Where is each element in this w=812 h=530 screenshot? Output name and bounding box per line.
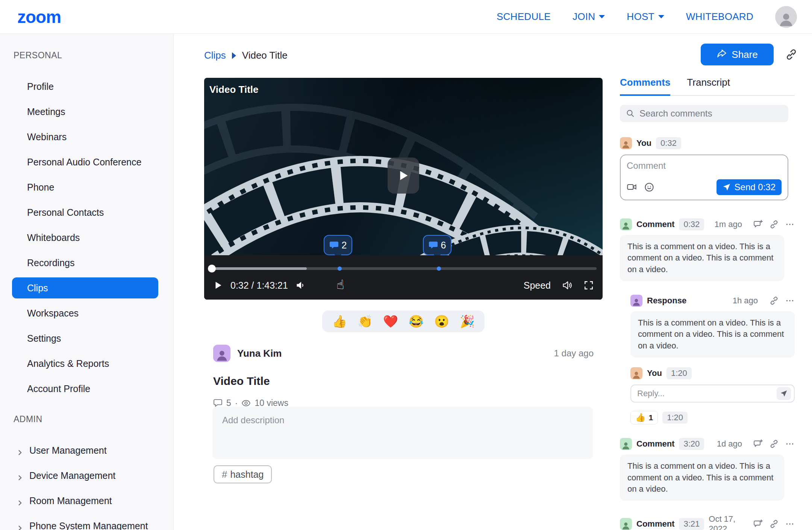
sidebar-item-workspaces[interactable]: Workspaces — [0, 301, 173, 326]
speed-button[interactable]: Speed — [524, 280, 551, 291]
comment-bubble-icon — [429, 241, 438, 249]
sidebar-item-clips[interactable]: Clips — [12, 277, 158, 298]
composer-box[interactable]: Send 0:32 — [620, 154, 788, 200]
more-options-icon[interactable] — [785, 519, 795, 529]
more-options-icon[interactable] — [785, 296, 795, 306]
tab-comments[interactable]: Comments — [620, 77, 670, 96]
send-button[interactable]: Send 0:32 — [717, 179, 782, 195]
sidebar-item-meetings[interactable]: Meetings — [0, 99, 173, 124]
sidebar-item-webinars[interactable]: Webinars — [0, 124, 173, 150]
tab-transcript[interactable]: Transcript — [687, 77, 730, 95]
more-options-icon[interactable] — [785, 439, 795, 449]
chevron-right-icon — [17, 523, 23, 530]
fullscreen-button[interactable] — [584, 280, 594, 290]
sidebar-item-profile[interactable]: Profile — [0, 74, 173, 99]
reaction-time-chip[interactable]: 1:20 — [662, 412, 688, 424]
comment-text: This is a comment on a video. This is a … — [630, 311, 795, 357]
reaction-surprised[interactable]: 😮 — [434, 314, 449, 329]
progress-bar[interactable] — [210, 267, 597, 270]
reply-comment-icon[interactable] — [753, 220, 763, 229]
description-input[interactable] — [222, 415, 583, 451]
sidebar-item-device-management[interactable]: Device Management — [0, 463, 173, 488]
sidebar-item-settings[interactable]: Settings — [0, 326, 173, 351]
link-icon[interactable] — [769, 220, 779, 229]
reaction-party[interactable]: 🎉 — [460, 314, 475, 329]
sidebar-item-whiteboards[interactable]: Whiteboards — [0, 225, 173, 250]
sidebar-item-user-management[interactable]: User Management — [0, 438, 173, 463]
you-avatar — [620, 137, 632, 149]
reply-input[interactable] — [637, 389, 777, 398]
volume-icon[interactable] — [295, 280, 306, 291]
video-comment-icon[interactable] — [627, 182, 637, 192]
reply-box[interactable] — [630, 385, 795, 403]
person-silhouette-icon — [621, 441, 631, 450]
video-player[interactable]: Video Title 2 6 0:32 / 1:43:21 — [204, 78, 603, 300]
nav-host[interactable]: HOST — [627, 11, 664, 23]
reactions-bar: 👍 👏 ❤️ 😂 😮 🎉 — [322, 310, 485, 332]
progress-thumb[interactable] — [208, 265, 216, 273]
reaction-joy[interactable]: 😂 — [409, 314, 424, 329]
nav-whiteboard[interactable]: WHITEBOARD — [686, 11, 753, 23]
person-silhouette-icon — [621, 221, 631, 230]
sidebar-item-label: Phone System Management — [29, 521, 148, 530]
comment-author: Comment — [636, 519, 674, 529]
sidebar-item-phone[interactable]: Phone — [0, 175, 173, 200]
sidebar-item-analytics-reports[interactable]: Analytics & Reports — [0, 351, 173, 376]
emoji-icon[interactable] — [644, 182, 654, 192]
sidebar-item-phone-system-management[interactable]: Phone System Management — [0, 513, 173, 530]
play-button[interactable] — [213, 280, 223, 290]
play-overlay-button[interactable] — [388, 157, 419, 194]
person-silhouette-icon — [215, 348, 229, 362]
sidebar-item-account-profile[interactable]: Account Profile — [0, 376, 173, 401]
reply-time-chip[interactable]: 1:20 — [667, 367, 692, 379]
comment-time-chip[interactable]: 0:32 — [679, 218, 704, 230]
share-arrow-icon — [717, 49, 727, 60]
play-icon — [397, 169, 410, 182]
zoom-logo[interactable]: zoom — [17, 7, 61, 27]
hashtag-button[interactable]: # hashtag — [214, 465, 272, 483]
comment-time-chip[interactable]: 3:20 — [679, 438, 704, 450]
reply-send-button[interactable] — [777, 387, 791, 400]
chevron-down-icon — [599, 15, 605, 18]
copy-link-icon[interactable] — [785, 48, 798, 61]
description-box[interactable] — [212, 407, 593, 459]
search-box[interactable] — [620, 105, 788, 122]
sidebar-item-personal-contacts[interactable]: Personal Contacts — [0, 200, 173, 225]
comment-marker-count: 2 — [342, 240, 347, 251]
breadcrumb-clips-link[interactable]: Clips — [204, 50, 226, 61]
comment-time-chip[interactable]: 3:21 — [679, 518, 704, 530]
sidebar-item-label: User Management — [29, 445, 107, 456]
reaction-clap[interactable]: 👏 — [358, 314, 373, 329]
nav-schedule-label: SCHEDULE — [497, 11, 551, 23]
nav-schedule[interactable]: SCHEDULE — [497, 11, 551, 23]
sidebar-item-room-management[interactable]: Room Management — [0, 488, 173, 513]
comment-marker-count: 6 — [441, 240, 446, 251]
more-options-icon[interactable] — [785, 220, 795, 229]
link-icon[interactable] — [769, 439, 779, 449]
sidebar-item-personal-audio-conference[interactable]: Personal Audio Conference — [0, 150, 173, 175]
breadcrumb-separator-icon — [232, 52, 236, 59]
comment-author: Comment — [636, 439, 674, 449]
link-icon[interactable] — [769, 519, 779, 529]
speaker-button[interactable] — [562, 280, 573, 291]
comment-marker-bubble[interactable]: 2 — [324, 235, 352, 255]
comment-input[interactable] — [627, 161, 782, 176]
comment-marker-bubble[interactable]: 6 — [423, 235, 451, 255]
reaction-heart[interactable]: ❤️ — [383, 314, 398, 329]
nav-join[interactable]: JOIN — [573, 11, 605, 23]
marker-dot[interactable] — [338, 267, 342, 271]
reaction-thumbs-up[interactable]: 👍 — [332, 314, 347, 329]
marker-dot[interactable] — [437, 267, 441, 271]
player-controls: 0:32 / 1:43:21 ☝ Speed — [204, 255, 603, 300]
comment-item: Comment 3:21 Oct 17, 2022 This is a comm… — [620, 514, 795, 530]
user-avatar[interactable] — [775, 6, 797, 28]
search-input[interactable] — [639, 108, 782, 119]
reply-comment-icon[interactable] — [753, 439, 763, 449]
link-icon[interactable] — [769, 296, 779, 306]
share-button[interactable]: Share — [701, 44, 774, 65]
video-meta: Yuna Kim 1 day ago Video Title 5 · 10 vi… — [213, 345, 594, 408]
thumbs-up-reaction-chip[interactable]: 👍 1 — [630, 411, 658, 424]
sidebar-item-recordings[interactable]: Recordings — [0, 250, 173, 276]
reply-comment-icon[interactable] — [753, 519, 763, 529]
composer-time-chip: 0:32 — [656, 137, 681, 149]
